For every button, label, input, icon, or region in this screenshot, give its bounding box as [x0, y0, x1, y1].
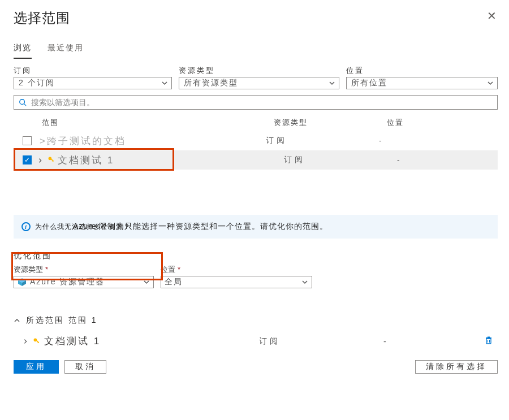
- refine-resourcetype-label: 资源类型*: [14, 265, 154, 275]
- cancel-button[interactable]: 取消: [64, 360, 106, 374]
- svg-line-1: [24, 104, 27, 106]
- filter-subscription-dropdown[interactable]: 2 个订阅: [14, 77, 172, 89]
- scope-row[interactable]: >跨子测试的文档 订阅 -: [14, 131, 498, 150]
- svg-rect-4: [53, 161, 53, 162]
- scope-row[interactable]: ✓ 文档测试 1 订阅 -: [14, 150, 498, 170]
- svg-point-0: [20, 99, 25, 105]
- svg-rect-12: [486, 337, 491, 339]
- filter-location-label: 位置: [346, 66, 498, 76]
- footer: 应用 取消 清除所有选择: [14, 360, 498, 374]
- filter-resourcetype-dropdown[interactable]: 所有资源类型: [179, 77, 339, 89]
- search-input[interactable]: [30, 97, 493, 107]
- refine-row: 资源类型* Azure 资源管理器 位置* 全局: [14, 265, 498, 288]
- svg-rect-11: [486, 339, 491, 344]
- selected-scopes-header[interactable]: 所选范围 范围 1: [14, 315, 498, 326]
- filter-subscription-value: 2 个订阅: [19, 78, 55, 88]
- selected-scope-row: 文档测试 1 订阅 -: [14, 330, 498, 352]
- tab-strip: 浏览 最近使用: [14, 43, 498, 59]
- row-name: 文档测试 1: [58, 154, 284, 167]
- col-location: 位置: [387, 118, 493, 128]
- svg-rect-10: [38, 341, 38, 343]
- key-icon: [48, 156, 58, 164]
- refine-location-dropdown[interactable]: 全局: [161, 276, 312, 288]
- col-resourcetype: 资源类型: [274, 118, 387, 128]
- trash-icon[interactable]: [484, 336, 493, 347]
- filter-resourcetype-value: 所有资源类型: [184, 78, 238, 88]
- svg-rect-3: [51, 158, 54, 162]
- column-headers: 范围 资源类型 位置: [14, 114, 498, 131]
- close-icon[interactable]: ✕: [487, 10, 497, 21]
- key-icon: [33, 337, 44, 345]
- filter-resourcetype-label: 资源类型: [179, 66, 339, 76]
- selected-row-name: 文档测试 1: [44, 335, 259, 348]
- chevron-up-icon: [14, 317, 20, 324]
- select-scope-panel: 选择范围 ✕ 浏览 最近使用 订阅 2 个订阅 资源类型 所有资源类型 位置 所…: [0, 0, 509, 382]
- panel-title: 选择范围: [14, 9, 498, 27]
- filter-location-value: 所有位置: [351, 78, 387, 88]
- selected-row-resourcetype: 订阅: [259, 336, 383, 347]
- refine-resourcetype-dropdown[interactable]: Azure 资源管理器: [14, 276, 154, 288]
- row-checkbox[interactable]: ✓: [23, 155, 32, 164]
- svg-rect-13: [488, 337, 490, 338]
- chevron-down-icon: [161, 80, 168, 86]
- filter-subscription-label: 订阅: [14, 66, 172, 76]
- row-location: -: [397, 155, 493, 164]
- info-bar: i 为什么我无法选择多个资源？ Azure 限制为只能选择一种资源类型和一个位置…: [14, 215, 498, 239]
- chevron-down-icon: [487, 80, 494, 86]
- info-icon: i: [21, 222, 31, 231]
- apply-button[interactable]: 应用: [14, 360, 59, 374]
- svg-rect-9: [36, 340, 40, 343]
- clear-all-button[interactable]: 清除所有选择: [415, 360, 498, 374]
- cube-icon: [18, 278, 27, 287]
- row-resourcetype: 订阅: [284, 155, 397, 165]
- tab-recent[interactable]: 最近使用: [48, 43, 84, 59]
- search-box[interactable]: [14, 95, 498, 110]
- chevron-down-icon: [143, 279, 150, 285]
- search-icon: [19, 98, 27, 106]
- tab-browse[interactable]: 浏览: [14, 43, 32, 59]
- chevron-right-icon[interactable]: [37, 155, 45, 165]
- row-checkbox[interactable]: [23, 136, 32, 145]
- row-location: -: [379, 136, 493, 145]
- chevron-down-icon: [329, 80, 335, 86]
- row-resourcetype: 订阅: [266, 136, 379, 146]
- refine-title: 优化范围: [14, 251, 498, 261]
- chevron-down-icon: [301, 279, 308, 285]
- chevron-right-icon[interactable]: [23, 336, 31, 346]
- refine-location-value: 全局: [165, 277, 298, 287]
- col-scope: 范围: [42, 118, 274, 128]
- selected-row-location: -: [383, 337, 484, 346]
- info-message: Azure 限制为只能选择一种资源类型和一个位置。请优化你的范围。: [73, 222, 328, 232]
- selected-scopes-title: 所选范围 范围 1: [26, 315, 98, 326]
- row-name: >跨子测试的文档: [40, 135, 266, 148]
- filter-location-dropdown[interactable]: 所有位置: [346, 77, 498, 89]
- refine-resourcetype-value: Azure 资源管理器: [30, 277, 140, 287]
- filter-row: 订阅 2 个订阅 资源类型 所有资源类型 位置 所有位置: [14, 66, 498, 89]
- refine-location-label: 位置*: [161, 265, 312, 275]
